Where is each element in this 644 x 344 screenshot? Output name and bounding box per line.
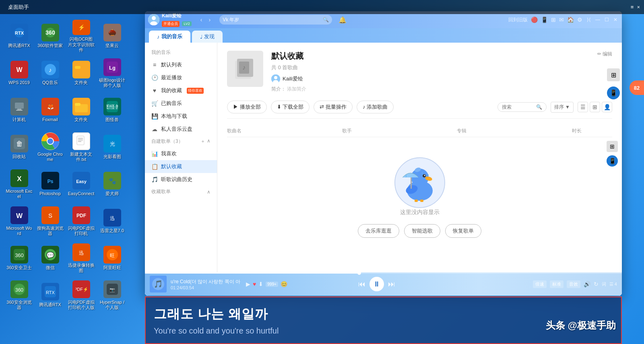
grid-view-btn[interactable]: ⊞ bbox=[590, 102, 600, 112]
search-bar[interactable]: Vk 年岁 🔍 bbox=[219, 15, 332, 25]
sidebar-item-default-collection[interactable]: 📋 默认收藏 bbox=[145, 160, 217, 173]
desktop-icon-light-image[interactable]: 光 光影看图 bbox=[97, 129, 127, 165]
sort-btn[interactable]: 排序 ▼ bbox=[551, 102, 574, 113]
collection-edit-btn[interactable]: ✏ 编辑 bbox=[597, 51, 612, 58]
user-view-btn[interactable]: 👤 bbox=[602, 102, 612, 112]
sidebar-item-listen-history[interactable]: 🎵 听歌识曲历史 bbox=[145, 173, 217, 186]
desktop-icon-folder2[interactable]: 文件夹 bbox=[66, 92, 96, 128]
collapse-btn[interactable]: ∧ bbox=[207, 138, 211, 145]
desktop-icon-folder[interactable]: 文件夹 bbox=[66, 55, 96, 91]
list-view-btn[interactable]: ☰ bbox=[578, 102, 588, 112]
nav-forward-btn[interactable]: › bbox=[206, 16, 213, 24]
desktop-icon-word[interactable]: W Microsoft Word bbox=[4, 203, 34, 239]
volume-icon[interactable]: 🔊 bbox=[584, 281, 590, 287]
desktop-icon-magic-hand[interactable]: 图怪兽 图怪兽 bbox=[97, 92, 127, 128]
desktop-icon-pdf-printer[interactable]: PDF 闪电PDF虚拟打印机 bbox=[66, 203, 96, 239]
lyric-btn[interactable]: 词 bbox=[602, 281, 606, 287]
side-panel-phone-btn[interactable]: 📱 bbox=[607, 87, 620, 99]
desktop-icon-hypersnap[interactable]: 📷 HyperSnap / 个人版 bbox=[97, 277, 127, 313]
desktop-icon-easyconnect[interactable]: Easy EasyConnect bbox=[66, 166, 96, 202]
mobile-icon[interactable]: 📱 bbox=[541, 16, 548, 23]
desktop-icon-360-guard[interactable]: 360 360安全卫士 bbox=[4, 240, 34, 276]
apps-icon[interactable]: ⊞ bbox=[551, 16, 556, 23]
desktop-icon-computer[interactable]: 计算机 bbox=[4, 92, 34, 128]
side-panel-settings-btn[interactable]: ⊞ bbox=[607, 68, 620, 81]
desktop-icon-photoshop[interactable]: Ps Photoshop bbox=[35, 166, 65, 202]
player-progress-bar[interactable] bbox=[145, 272, 622, 274]
add-playlist-btn[interactable]: ＋ bbox=[200, 138, 205, 145]
speed-btn[interactable]: 倍速 bbox=[533, 280, 547, 288]
effect-btn[interactable]: 音效 bbox=[567, 280, 580, 288]
mail-icon[interactable]: ✉ bbox=[559, 16, 564, 23]
sidebar-item-cloud[interactable]: ☁ 私人音乐云盘 bbox=[145, 123, 217, 136]
sidebar-item-default-list[interactable]: ≡ 默认列表 bbox=[145, 58, 217, 71]
desktop-icon-wps[interactable]: W WPS 2019 bbox=[4, 55, 34, 91]
sidebar-item-recent[interactable]: 🕐 最近播放 bbox=[145, 71, 217, 84]
browse-library-btn[interactable]: 去乐库逛逛 bbox=[358, 224, 399, 238]
quality-btn[interactable]: 标准 bbox=[550, 280, 564, 288]
desktop-icon-excel[interactable]: X Microsoft Excel bbox=[4, 166, 34, 202]
right-panel-icon-2[interactable]: 📱 bbox=[607, 155, 618, 167]
desktop-icon-wechat[interactable]: 💬 微信 bbox=[35, 240, 65, 276]
player-heart-icon[interactable]: ♥ bbox=[253, 281, 256, 287]
sidebar-item-i-like[interactable]: 📊 我喜欢 bbox=[145, 147, 217, 160]
sidebar-item-purchased[interactable]: 🛒 已购音乐 bbox=[145, 97, 217, 110]
play-all-btn[interactable]: ▶ 播放全部 bbox=[227, 101, 267, 113]
return-old-btn[interactable]: 回到旧版 bbox=[508, 16, 528, 23]
smart-select-btn[interactable]: 智能选歌 bbox=[404, 224, 440, 238]
desktop-icon-foxmail[interactable]: 🦊 Foxmail bbox=[35, 92, 65, 128]
batch-ops-btn[interactable]: ⇄ 批量操作 bbox=[314, 101, 353, 113]
window-restore-btn[interactable]: ☐ bbox=[603, 16, 610, 23]
playlist-count-btn[interactable]: ☰ 4 bbox=[609, 282, 617, 287]
desktop-icon-recycle[interactable]: 🗑 回收站 bbox=[4, 129, 34, 165]
floating-badge[interactable]: 82 bbox=[630, 80, 644, 95]
taskbar-close-btn[interactable]: × bbox=[637, 4, 640, 10]
settings-icon[interactable]: ⚙ bbox=[577, 16, 582, 23]
bell-icon[interactable]: 🏠 bbox=[567, 16, 574, 23]
song-search-box[interactable]: 🔍 bbox=[497, 102, 547, 112]
pause-btn[interactable]: ⏸ bbox=[369, 277, 384, 291]
desktop-icon-logo-design[interactable]: Lg 硕图logo设计师个人版 bbox=[97, 55, 127, 91]
window-close-btn[interactable]: ✕ bbox=[612, 16, 619, 23]
desktop-icon-label: 微信 bbox=[46, 265, 55, 270]
repeat-btn[interactable]: ↻ bbox=[594, 281, 599, 287]
right-panel-icon-1[interactable]: ⊞ bbox=[607, 141, 618, 152]
sidebar-item-my-favorites[interactable]: ♥ 我的收藏 猜你喜欢 bbox=[145, 84, 217, 97]
desktop-icon-pdf-printer2[interactable]: PDF⚡ 闪电PDF虚拟打印机个人版 bbox=[66, 277, 96, 313]
tab-discover[interactable]: ♩ 发现 bbox=[192, 31, 223, 43]
notification-icon[interactable]: 🔔 bbox=[339, 16, 347, 24]
window-maximize-btn[interactable]: — bbox=[594, 16, 601, 23]
desktop-icon-yuyin[interactable]: 迅 迅雷之星7.0 bbox=[97, 203, 127, 239]
song-search-input[interactable] bbox=[502, 104, 534, 110]
collection-title: 默认收藏 bbox=[271, 51, 589, 62]
desktop-icon-qq-music[interactable]: ♪ QQ音乐 bbox=[35, 55, 65, 91]
desktop-icon-record-converter[interactable]: 迅 迅捷录像转换图 bbox=[66, 240, 96, 276]
svg-rect-22 bbox=[75, 103, 80, 106]
search-icon[interactable]: 🔍 bbox=[323, 17, 329, 23]
sidebar-item-local-download[interactable]: 💾 本地与下载 bbox=[145, 110, 217, 123]
taskbar-minimize-btn[interactable]: ≡ bbox=[631, 4, 634, 10]
player-emoji-icon[interactable]: 😊 bbox=[281, 281, 287, 287]
desktop-icon-sogou-browser[interactable]: S 搜狗高速浏览器 bbox=[35, 203, 65, 239]
tab-my-music[interactable]: ♪ 我的音乐 bbox=[149, 31, 190, 43]
player-download-icon[interactable]: ⬇ bbox=[258, 281, 263, 287]
desktop-icon-trtx2[interactable]: RTX 腾讯通RTX bbox=[35, 277, 65, 313]
desktop-icon-tencent-rtx[interactable]: RTX 腾讯通RTX bbox=[4, 18, 34, 54]
desktop-icon-jiguoyun[interactable]: 🌰 坚果云 bbox=[97, 18, 127, 54]
youtube-icon[interactable]: ▶ bbox=[246, 281, 250, 287]
restore-playlist-btn[interactable]: 恢复歌单 bbox=[445, 224, 481, 238]
desktop-icon-aiyoushu[interactable]: 🐾 爱犬师 bbox=[97, 166, 127, 202]
desktop-icon-new-txt[interactable]: 新建文本文件.txt bbox=[66, 129, 96, 165]
desktop-icon-ocr[interactable]: ⚡ 闪电OCR图片文字识别软件 bbox=[66, 18, 96, 54]
nav-back-btn[interactable]: ‹ bbox=[198, 16, 205, 24]
window-minimize-btn[interactable]: ⟩⟨ bbox=[586, 16, 592, 23]
desktop-icon-ali[interactable]: 旺 阿里旺旺 bbox=[97, 240, 127, 276]
add-song-btn[interactable]: ♪ 添加歌曲 bbox=[357, 101, 394, 113]
next-btn[interactable]: ⏭ bbox=[388, 280, 395, 288]
desktop-icon-360-manager[interactable]: 360 360软件管家 bbox=[35, 18, 65, 54]
desktop-icon-security-browser[interactable]: 360 360安全浏览器 bbox=[4, 277, 34, 313]
prev-btn[interactable]: ⏮ bbox=[358, 280, 365, 288]
collapse-collected-btn[interactable]: ∧ bbox=[207, 189, 211, 195]
desktop-icon-chrome[interactable]: Google Chrome bbox=[35, 129, 65, 165]
download-all-btn[interactable]: ⬇ 下载全部 bbox=[271, 101, 310, 113]
